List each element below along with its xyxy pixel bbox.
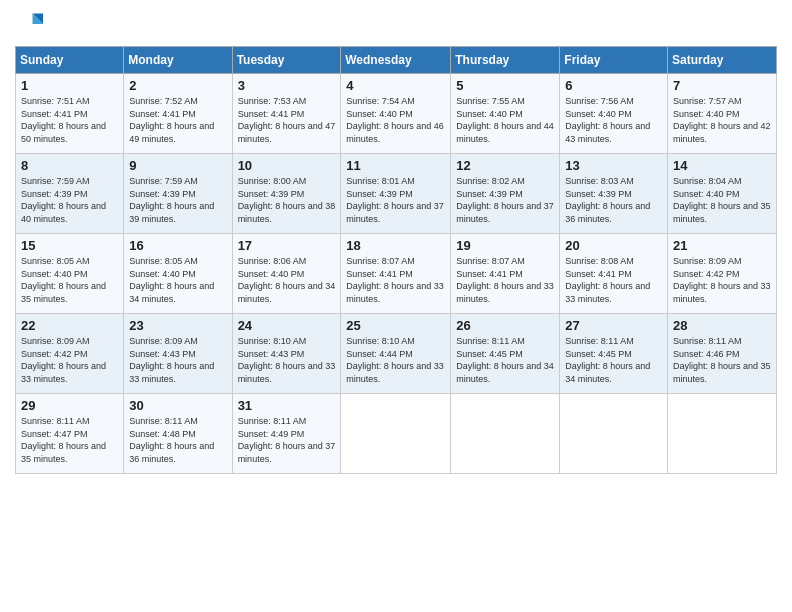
calendar-cell: 15 Sunrise: 8:05 AM Sunset: 4:40 PM Dayl… bbox=[16, 234, 124, 314]
day-info: Sunrise: 8:11 AM Sunset: 4:46 PM Dayligh… bbox=[673, 335, 771, 385]
calendar-cell: 8 Sunrise: 7:59 AM Sunset: 4:39 PM Dayli… bbox=[16, 154, 124, 234]
day-number: 25 bbox=[346, 318, 445, 333]
day-info: Sunrise: 8:11 AM Sunset: 4:45 PM Dayligh… bbox=[456, 335, 554, 385]
day-info: Sunrise: 7:57 AM Sunset: 4:40 PM Dayligh… bbox=[673, 95, 771, 145]
sunset-text: Sunset: 4:40 PM bbox=[129, 268, 226, 281]
daylight-text: Daylight: 8 hours and 46 minutes. bbox=[346, 120, 445, 145]
daylight-text: Daylight: 8 hours and 33 minutes. bbox=[565, 280, 662, 305]
daylight-text: Daylight: 8 hours and 42 minutes. bbox=[673, 120, 771, 145]
day-info: Sunrise: 8:11 AM Sunset: 4:47 PM Dayligh… bbox=[21, 415, 118, 465]
weekday-header: Sunday bbox=[16, 47, 124, 74]
day-number: 26 bbox=[456, 318, 554, 333]
sunrise-text: Sunrise: 8:10 AM bbox=[346, 335, 445, 348]
sunset-text: Sunset: 4:39 PM bbox=[346, 188, 445, 201]
sunrise-text: Sunrise: 8:05 AM bbox=[21, 255, 118, 268]
calendar-cell: 12 Sunrise: 8:02 AM Sunset: 4:39 PM Dayl… bbox=[451, 154, 560, 234]
daylight-text: Daylight: 8 hours and 34 minutes. bbox=[238, 280, 336, 305]
sunset-text: Sunset: 4:39 PM bbox=[129, 188, 226, 201]
sunrise-text: Sunrise: 8:05 AM bbox=[129, 255, 226, 268]
day-number: 20 bbox=[565, 238, 662, 253]
sunrise-text: Sunrise: 8:07 AM bbox=[456, 255, 554, 268]
sunrise-text: Sunrise: 7:59 AM bbox=[129, 175, 226, 188]
day-info: Sunrise: 8:08 AM Sunset: 4:41 PM Dayligh… bbox=[565, 255, 662, 305]
daylight-text: Daylight: 8 hours and 37 minutes. bbox=[238, 440, 336, 465]
day-info: Sunrise: 8:10 AM Sunset: 4:43 PM Dayligh… bbox=[238, 335, 336, 385]
logo-icon bbox=[15, 10, 43, 38]
calendar-cell: 14 Sunrise: 8:04 AM Sunset: 4:40 PM Dayl… bbox=[668, 154, 777, 234]
sunrise-text: Sunrise: 7:54 AM bbox=[346, 95, 445, 108]
calendar-cell: 22 Sunrise: 8:09 AM Sunset: 4:42 PM Dayl… bbox=[16, 314, 124, 394]
sunrise-text: Sunrise: 8:11 AM bbox=[456, 335, 554, 348]
calendar-cell: 30 Sunrise: 8:11 AM Sunset: 4:48 PM Dayl… bbox=[124, 394, 232, 474]
sunset-text: Sunset: 4:39 PM bbox=[456, 188, 554, 201]
weekday-header: Thursday bbox=[451, 47, 560, 74]
day-number: 18 bbox=[346, 238, 445, 253]
sunrise-text: Sunrise: 8:07 AM bbox=[346, 255, 445, 268]
sunrise-text: Sunrise: 8:11 AM bbox=[565, 335, 662, 348]
calendar-cell: 26 Sunrise: 8:11 AM Sunset: 4:45 PM Dayl… bbox=[451, 314, 560, 394]
calendar-cell: 3 Sunrise: 7:53 AM Sunset: 4:41 PM Dayli… bbox=[232, 74, 341, 154]
calendar-week-row: 29 Sunrise: 8:11 AM Sunset: 4:47 PM Dayl… bbox=[16, 394, 777, 474]
daylight-text: Daylight: 8 hours and 36 minutes. bbox=[129, 440, 226, 465]
sunset-text: Sunset: 4:41 PM bbox=[346, 268, 445, 281]
day-number: 14 bbox=[673, 158, 771, 173]
calendar-cell: 21 Sunrise: 8:09 AM Sunset: 4:42 PM Dayl… bbox=[668, 234, 777, 314]
sunrise-text: Sunrise: 8:02 AM bbox=[456, 175, 554, 188]
sunrise-text: Sunrise: 8:06 AM bbox=[238, 255, 336, 268]
sunset-text: Sunset: 4:48 PM bbox=[129, 428, 226, 441]
sunrise-text: Sunrise: 8:08 AM bbox=[565, 255, 662, 268]
sunrise-text: Sunrise: 8:03 AM bbox=[565, 175, 662, 188]
calendar-cell: 27 Sunrise: 8:11 AM Sunset: 4:45 PM Dayl… bbox=[560, 314, 668, 394]
day-info: Sunrise: 7:53 AM Sunset: 4:41 PM Dayligh… bbox=[238, 95, 336, 145]
daylight-text: Daylight: 8 hours and 34 minutes. bbox=[456, 360, 554, 385]
sunset-text: Sunset: 4:46 PM bbox=[673, 348, 771, 361]
weekday-row: SundayMondayTuesdayWednesdayThursdayFrid… bbox=[16, 47, 777, 74]
day-number: 16 bbox=[129, 238, 226, 253]
day-info: Sunrise: 8:05 AM Sunset: 4:40 PM Dayligh… bbox=[129, 255, 226, 305]
day-info: Sunrise: 8:01 AM Sunset: 4:39 PM Dayligh… bbox=[346, 175, 445, 225]
calendar-cell: 4 Sunrise: 7:54 AM Sunset: 4:40 PM Dayli… bbox=[341, 74, 451, 154]
daylight-text: Daylight: 8 hours and 47 minutes. bbox=[238, 120, 336, 145]
day-info: Sunrise: 7:54 AM Sunset: 4:40 PM Dayligh… bbox=[346, 95, 445, 145]
day-info: Sunrise: 7:59 AM Sunset: 4:39 PM Dayligh… bbox=[21, 175, 118, 225]
daylight-text: Daylight: 8 hours and 35 minutes. bbox=[21, 280, 118, 305]
sunset-text: Sunset: 4:40 PM bbox=[565, 108, 662, 121]
day-info: Sunrise: 7:52 AM Sunset: 4:41 PM Dayligh… bbox=[129, 95, 226, 145]
day-number: 1 bbox=[21, 78, 118, 93]
day-number: 21 bbox=[673, 238, 771, 253]
calendar-cell: 24 Sunrise: 8:10 AM Sunset: 4:43 PM Dayl… bbox=[232, 314, 341, 394]
day-info: Sunrise: 8:11 AM Sunset: 4:49 PM Dayligh… bbox=[238, 415, 336, 465]
day-number: 15 bbox=[21, 238, 118, 253]
day-number: 7 bbox=[673, 78, 771, 93]
calendar-cell: 25 Sunrise: 8:10 AM Sunset: 4:44 PM Dayl… bbox=[341, 314, 451, 394]
sunset-text: Sunset: 4:47 PM bbox=[21, 428, 118, 441]
daylight-text: Daylight: 8 hours and 33 minutes. bbox=[346, 360, 445, 385]
day-number: 24 bbox=[238, 318, 336, 333]
calendar-cell: 5 Sunrise: 7:55 AM Sunset: 4:40 PM Dayli… bbox=[451, 74, 560, 154]
calendar-cell: 20 Sunrise: 8:08 AM Sunset: 4:41 PM Dayl… bbox=[560, 234, 668, 314]
sunset-text: Sunset: 4:39 PM bbox=[565, 188, 662, 201]
calendar-cell: 9 Sunrise: 7:59 AM Sunset: 4:39 PM Dayli… bbox=[124, 154, 232, 234]
sunrise-text: Sunrise: 7:59 AM bbox=[21, 175, 118, 188]
daylight-text: Daylight: 8 hours and 33 minutes. bbox=[129, 360, 226, 385]
daylight-text: Daylight: 8 hours and 33 minutes. bbox=[238, 360, 336, 385]
sunrise-text: Sunrise: 8:11 AM bbox=[238, 415, 336, 428]
day-number: 3 bbox=[238, 78, 336, 93]
daylight-text: Daylight: 8 hours and 33 minutes. bbox=[21, 360, 118, 385]
sunrise-text: Sunrise: 7:51 AM bbox=[21, 95, 118, 108]
day-info: Sunrise: 8:09 AM Sunset: 4:43 PM Dayligh… bbox=[129, 335, 226, 385]
daylight-text: Daylight: 8 hours and 33 minutes. bbox=[346, 280, 445, 305]
day-number: 12 bbox=[456, 158, 554, 173]
day-info: Sunrise: 7:56 AM Sunset: 4:40 PM Dayligh… bbox=[565, 95, 662, 145]
sunset-text: Sunset: 4:41 PM bbox=[456, 268, 554, 281]
sunrise-text: Sunrise: 8:09 AM bbox=[21, 335, 118, 348]
sunset-text: Sunset: 4:40 PM bbox=[238, 268, 336, 281]
sunrise-text: Sunrise: 7:52 AM bbox=[129, 95, 226, 108]
daylight-text: Daylight: 8 hours and 37 minutes. bbox=[346, 200, 445, 225]
calendar-body: 1 Sunrise: 7:51 AM Sunset: 4:41 PM Dayli… bbox=[16, 74, 777, 474]
day-number: 27 bbox=[565, 318, 662, 333]
daylight-text: Daylight: 8 hours and 34 minutes. bbox=[565, 360, 662, 385]
day-number: 8 bbox=[21, 158, 118, 173]
day-number: 6 bbox=[565, 78, 662, 93]
weekday-header: Saturday bbox=[668, 47, 777, 74]
